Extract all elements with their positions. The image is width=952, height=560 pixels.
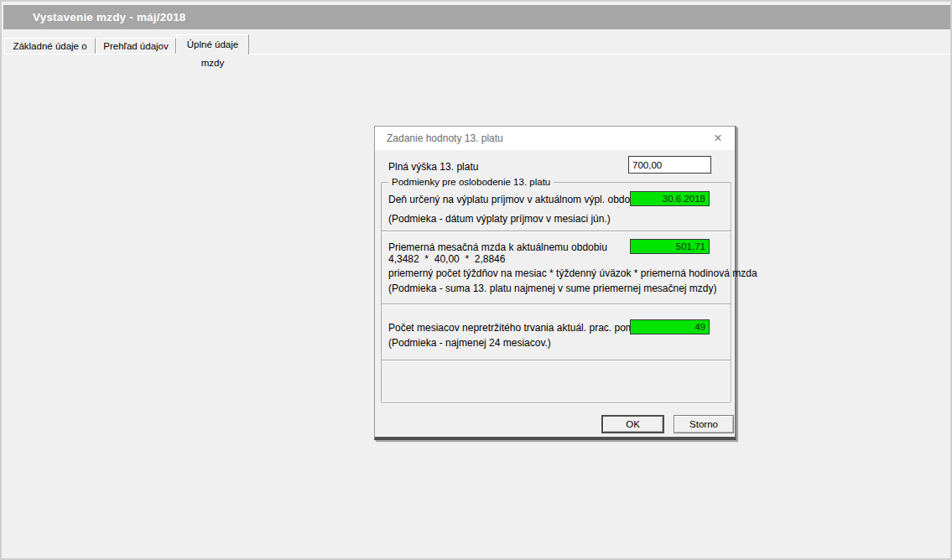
cancel-button[interactable]: Storno [674, 415, 734, 433]
close-icon[interactable]: × [708, 129, 728, 148]
months-condition: (Podmieka - najmenej 24 mesiacov.) [388, 337, 551, 349]
ok-button[interactable]: OK [601, 415, 664, 433]
pay-day-condition: (Podmieka - dátum výplaty príjmov v mesi… [388, 213, 611, 225]
conditions-groupbox: Podmienky pre oslobodenie 13. platu Deň … [381, 182, 731, 403]
conditions-group-title: Podmienky pre oslobodenie 13. platu [388, 177, 554, 187]
full-amount-label: Plná výška 13. platu [388, 161, 478, 173]
separator [382, 231, 731, 232]
months-value: 49 [630, 319, 710, 334]
window-titlebar[interactable]: Vystavenie mzdy - máj/2018 [3, 5, 950, 29]
dialog-titlebar[interactable]: Zadanie hodnoty 13. platu × [375, 127, 735, 150]
window-title: Vystavenie mzdy - máj/2018 [33, 11, 186, 23]
full-amount-input[interactable] [628, 156, 711, 174]
tab-prehlad-udajov[interactable]: Prehľad údajov mzdy [96, 38, 176, 54]
months-label: Počet mesiacov nepretržitého trvania akt… [388, 322, 648, 334]
avg-wage-label: Priemerná mesačná mzda k aktuálnemu obdo… [388, 241, 607, 253]
tab-uplne-udaje[interactable]: Úplné údaje mzdy [176, 34, 249, 54]
tab-zakladne-udaje[interactable]: Základné údaje o mzde [4, 38, 96, 54]
dialog-zadanie-hodnoty: Zadanie hodnoty 13. platu × Plná výška 1… [374, 126, 736, 440]
avg-wage-value: 501,71 [630, 239, 710, 254]
separator [382, 303, 731, 305]
app-window: Vystavenie mzdy - máj/2018 Základné údaj… [0, 0, 952, 560]
dialog-title: Zadanie hodnoty 13. platu [387, 132, 503, 144]
avg-wage-formula-desc: priemerný počet týždňov na mesiac * týžd… [388, 267, 757, 279]
pay-day-label: Deň určený na výplatu príjmov v aktuálno… [388, 194, 638, 205]
avg-wage-formula: 4,3482 * 40,00 * 2,8846 [388, 253, 505, 265]
avg-wage-condition: (Podmieka - suma 13. platu najmenej v su… [388, 283, 717, 294]
separator [382, 360, 731, 361]
pay-day-value: 30.6.2018 [630, 191, 710, 206]
